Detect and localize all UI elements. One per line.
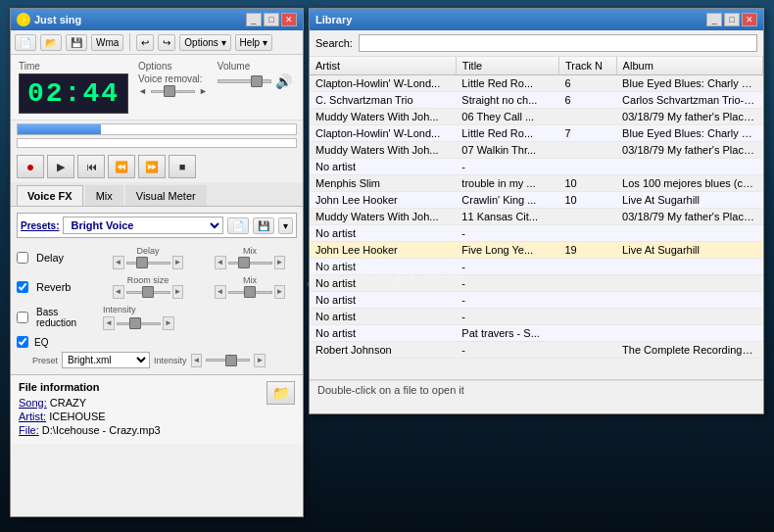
reverb-controls: Room size ◄ ► Mix ◄ ► bbox=[101, 275, 297, 299]
col-title[interactable]: Title bbox=[456, 57, 558, 75]
library-close-button[interactable]: ✕ bbox=[742, 13, 757, 26]
table-row[interactable]: John Lee HookerCrawlin' King ...10Live A… bbox=[310, 192, 763, 209]
delay-slider[interactable] bbox=[126, 262, 170, 265]
eq-preset-select[interactable]: Bright.xml bbox=[62, 352, 150, 368]
table-row[interactable]: No artist- bbox=[310, 259, 763, 275]
delay-right-arrow[interactable]: ► bbox=[172, 256, 184, 269]
delay-mix-left-arrow[interactable]: ◄ bbox=[215, 256, 226, 269]
cell-album: Carlos Schvartzman Trio-Live bbox=[616, 92, 762, 109]
rew-button[interactable]: ⏪ bbox=[108, 155, 135, 178]
table-row[interactable]: Robert Johnson-The Complete Recordings D… bbox=[310, 342, 763, 359]
table-row[interactable]: C. Schvartzman TrioStraight no ch...6Car… bbox=[310, 92, 763, 109]
table-row[interactable]: No artist- bbox=[310, 292, 763, 309]
presets-save-btn[interactable]: 💾 bbox=[253, 218, 274, 234]
col-trackn[interactable]: Track N bbox=[558, 57, 616, 75]
waveform-bar bbox=[17, 138, 297, 148]
reverb-checkbox[interactable] bbox=[17, 281, 28, 293]
fwd-button[interactable]: ⏩ bbox=[138, 155, 166, 178]
eq-intensity-left-arrow[interactable]: ◄ bbox=[191, 354, 203, 367]
file-info-text: File information Song: CRAZY Artist: ICE… bbox=[19, 381, 161, 438]
file-info-file: File: D:\Icehouse - Crazy.mp3 bbox=[19, 424, 161, 436]
close-button[interactable]: ✕ bbox=[281, 13, 297, 26]
reverb-mix-slider[interactable] bbox=[228, 291, 272, 294]
cell-artist: Clapton-Howlin' W-Lond... bbox=[310, 75, 456, 92]
table-row[interactable]: Muddy Waters With Joh...06 They Call ...… bbox=[310, 109, 763, 125]
cell-artist: No artist bbox=[310, 159, 456, 175]
help-menu-button[interactable]: Help ▾ bbox=[235, 34, 272, 51]
delay-mix-right-arrow[interactable]: ► bbox=[274, 256, 286, 269]
table-row[interactable]: Clapton-Howlin' W-Lond...Little Red Ro..… bbox=[310, 75, 763, 92]
reverb-roomsize-left-arrow[interactable]: ◄ bbox=[113, 285, 124, 299]
voice-removal-left-arrow[interactable]: ◄ bbox=[138, 86, 147, 96]
tab-voice-fx[interactable]: Voice FX bbox=[17, 185, 83, 206]
tabs-row: Voice FX Mix Visual Meter bbox=[11, 182, 303, 207]
voice-removal-right-arrow[interactable]: ► bbox=[199, 86, 208, 96]
cell-album: Blue Eyed Blues: Charly Blues bbox=[616, 125, 762, 142]
table-row[interactable]: Menphis Slimtrouble in my ...10Los 100 m… bbox=[310, 175, 763, 192]
table-row[interactable]: No artist- bbox=[310, 225, 763, 242]
minimize-button[interactable]: _ bbox=[246, 13, 262, 26]
record-button[interactable]: ● bbox=[17, 155, 44, 178]
library-title-left: Library bbox=[315, 14, 352, 25]
table-row[interactable]: Muddy Waters With Joh...11 Kansas Cit...… bbox=[310, 209, 763, 225]
prev-button[interactable]: ⏮ bbox=[77, 155, 105, 178]
file-info-song: Song: CRAZY bbox=[19, 397, 161, 409]
table-row[interactable]: No artistPat travers - S... bbox=[310, 325, 763, 342]
cell-artist: Muddy Waters With Joh... bbox=[310, 109, 456, 125]
presets-menu-btn[interactable]: ▾ bbox=[278, 218, 293, 234]
cell-title: Pat travers - S... bbox=[456, 325, 558, 342]
table-row[interactable]: No artist- bbox=[310, 275, 763, 292]
reverb-mix-left-arrow[interactable]: ◄ bbox=[215, 285, 226, 299]
eq-intensity-slider[interactable] bbox=[206, 359, 250, 362]
tab-visual-meter[interactable]: Visual Meter bbox=[125, 185, 207, 206]
maximize-button[interactable]: □ bbox=[264, 13, 279, 26]
redo-button[interactable]: ↪ bbox=[158, 34, 175, 51]
volume-col: Volume 🔊 bbox=[218, 61, 292, 89]
open-folder-button[interactable]: 📁 bbox=[266, 381, 295, 405]
delay-checkbox[interactable] bbox=[17, 252, 28, 264]
table-row[interactable]: No artist- bbox=[310, 309, 763, 325]
reverb-roomsize-slider[interactable] bbox=[126, 291, 170, 294]
search-input[interactable] bbox=[359, 34, 757, 52]
voice-removal-label: Voice removal: bbox=[138, 73, 208, 84]
play-button[interactable]: ▶ bbox=[47, 155, 74, 178]
undo-button[interactable]: ↩ bbox=[136, 34, 154, 51]
save-button[interactable]: 💾 bbox=[66, 34, 87, 51]
wma-button[interactable]: Wma bbox=[91, 34, 123, 51]
col-album[interactable]: Album bbox=[616, 57, 762, 75]
bass-intensity-slider[interactable] bbox=[117, 322, 161, 325]
table-row[interactable]: John Lee HookerFive Long Ye...19Live At … bbox=[310, 242, 763, 259]
status-text: Double-click on a file to open it bbox=[317, 384, 464, 396]
delay-left-arrow[interactable]: ◄ bbox=[113, 256, 124, 269]
song-label: Song: bbox=[19, 397, 47, 409]
delay-mix-col: Mix ◄ ► bbox=[203, 246, 297, 269]
library-table-container[interactable]: Artist Title Track N Album Clapton-Howli… bbox=[310, 57, 763, 380]
delay-sublabel: Delay bbox=[136, 246, 159, 256]
reverb-roomsize-right-arrow[interactable]: ► bbox=[172, 285, 184, 299]
table-row[interactable]: No artist- bbox=[310, 159, 763, 175]
delay-mix-slider[interactable] bbox=[228, 262, 272, 265]
progress-bar[interactable] bbox=[17, 123, 297, 135]
new-button[interactable]: 📄 bbox=[15, 34, 36, 51]
options-menu-button[interactable]: Options ▾ bbox=[179, 34, 230, 51]
reverb-mix-right-arrow[interactable]: ► bbox=[274, 285, 286, 299]
bass-reduction-checkbox[interactable] bbox=[17, 312, 28, 323]
search-label: Search: bbox=[315, 37, 353, 49]
eq-checkbox[interactable] bbox=[17, 336, 28, 348]
tab-mix[interactable]: Mix bbox=[85, 185, 123, 206]
volume-slider[interactable] bbox=[218, 79, 271, 83]
voice-removal-slider[interactable] bbox=[151, 90, 195, 93]
cell-title: 11 Kansas Cit... bbox=[456, 209, 558, 225]
stop-button[interactable]: ■ bbox=[169, 155, 196, 178]
eq-intensity-right-arrow[interactable]: ► bbox=[254, 354, 266, 367]
presets-select[interactable]: Bright Voice bbox=[63, 217, 223, 234]
bass-right-arrow[interactable]: ► bbox=[163, 316, 174, 330]
table-row[interactable]: Muddy Waters With Joh...07 Walkin Thr...… bbox=[310, 142, 763, 159]
presets-new-btn[interactable]: 📄 bbox=[227, 218, 249, 234]
library-maximize-button[interactable]: □ bbox=[724, 13, 740, 26]
table-row[interactable]: Clapton-Howlin' W-Lond...Little Red Ro..… bbox=[310, 125, 763, 142]
bass-left-arrow[interactable]: ◄ bbox=[103, 316, 115, 330]
library-minimize-button[interactable]: _ bbox=[706, 13, 722, 26]
col-artist[interactable]: Artist bbox=[310, 57, 456, 75]
open-button[interactable]: 📂 bbox=[40, 34, 62, 51]
